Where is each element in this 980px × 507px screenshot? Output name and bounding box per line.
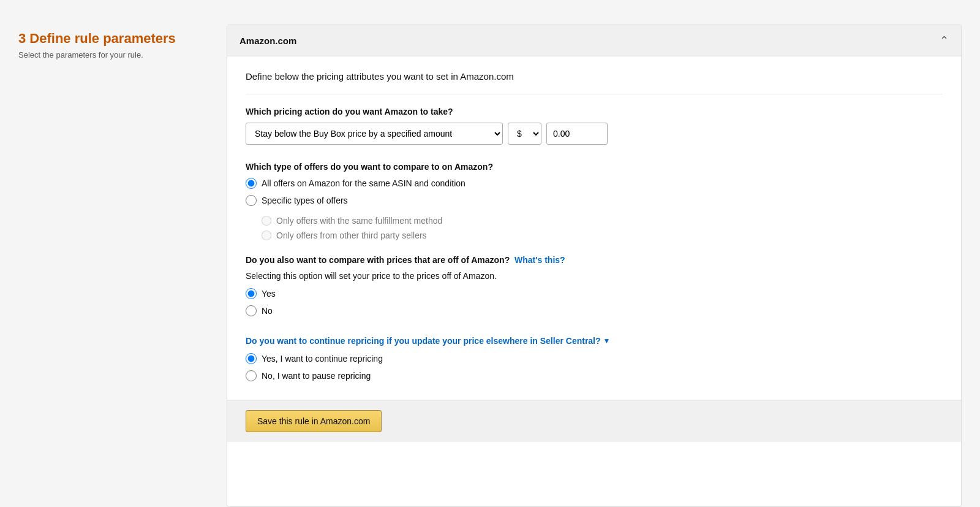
repricing-no[interactable]: No, I want to pause repricing: [246, 370, 943, 381]
offer-type-all-radio[interactable]: [246, 178, 257, 189]
offer-type-third-party[interactable]: Only offers from other third party selle…: [262, 231, 943, 240]
footer-bar: Save this rule in Amazon.com: [227, 400, 961, 442]
off-amazon-section: Do you also want to compare with prices …: [246, 255, 943, 316]
pricing-action-label: Which pricing action do you want Amazon …: [246, 107, 943, 116]
section-header-title: Amazon.com: [239, 36, 296, 46]
pricing-action-row: Stay below the Buy Box price by a specif…: [246, 123, 943, 145]
offer-type-all-label: All offers on Amazon for the same ASIN a…: [262, 178, 466, 188]
off-amazon-yes-radio[interactable]: [246, 288, 257, 299]
offer-type-fulfillment-label: Only offers with the same fulfillment me…: [276, 216, 442, 226]
offer-type-fulfillment-radio[interactable]: [262, 216, 271, 226]
save-button[interactable]: Save this rule in Amazon.com: [246, 410, 382, 432]
continue-repricing-link[interactable]: Do you want to continue repricing if you…: [246, 336, 943, 346]
repricing-yes-radio[interactable]: [246, 353, 257, 364]
offer-type-third-party-radio[interactable]: [262, 231, 271, 240]
off-amazon-question: Do you also want to compare with prices …: [246, 255, 510, 265]
pricing-action-select[interactable]: Stay below the Buy Box price by a specif…: [246, 123, 503, 145]
continue-repricing-section: Do you want to continue repricing if you…: [246, 331, 943, 381]
collapse-icon[interactable]: ⌃: [940, 34, 949, 47]
offer-type-specific[interactable]: Specific types of offers: [246, 195, 943, 206]
off-amazon-label: Do you also want to compare with prices …: [246, 255, 943, 265]
offer-type-fulfillment[interactable]: Only offers with the same fulfillment me…: [262, 216, 943, 226]
off-amazon-no-label: No: [262, 306, 273, 316]
step-subtitle: Select the parameters for your rule.: [18, 50, 208, 59]
divider: [246, 94, 943, 94]
whats-this-link[interactable]: What's this?: [514, 255, 565, 265]
off-amazon-radio-group: Yes No: [246, 288, 943, 316]
step-title: 3 Define rule parameters: [18, 31, 208, 47]
offer-type-label: Which type of offers do you want to comp…: [246, 162, 943, 172]
amount-input[interactable]: [546, 123, 608, 145]
currency-select[interactable]: $ %: [508, 123, 541, 145]
offer-type-third-party-label: Only offers from other third party selle…: [276, 231, 427, 240]
off-amazon-yes-label: Yes: [262, 289, 276, 299]
repricing-yes[interactable]: Yes, I want to continue repricing: [246, 353, 943, 364]
section-header: Amazon.com ⌃: [227, 25, 961, 56]
offer-type-section: Which type of offers do you want to comp…: [246, 162, 943, 240]
section-description: Define below the pricing attributes you …: [246, 71, 943, 82]
offer-type-radio-group: All offers on Amazon for the same ASIN a…: [246, 178, 943, 240]
off-amazon-no[interactable]: No: [246, 305, 943, 316]
off-amazon-yes[interactable]: Yes: [246, 288, 943, 299]
chevron-down-icon: ▼: [603, 337, 611, 345]
offer-type-specific-label: Specific types of offers: [262, 196, 348, 205]
repricing-no-label: No, I want to pause repricing: [262, 371, 371, 381]
offer-type-all[interactable]: All offers on Amazon for the same ASIN a…: [246, 178, 943, 189]
continue-repricing-question: Do you want to continue repricing if you…: [246, 336, 601, 346]
off-amazon-no-radio[interactable]: [246, 305, 257, 316]
main-panel: Amazon.com ⌃ Define below the pricing at…: [227, 25, 962, 507]
off-amazon-note: Selecting this option will set your pric…: [246, 271, 943, 281]
repricing-yes-label: Yes, I want to continue repricing: [262, 354, 383, 364]
sub-offer-type-group: Only offers with the same fulfillment me…: [262, 216, 943, 240]
section-body: Define below the pricing attributes you …: [227, 56, 961, 400]
pricing-action-section: Which pricing action do you want Amazon …: [246, 107, 943, 145]
offer-type-specific-radio[interactable]: [246, 195, 257, 206]
repricing-radio-group: Yes, I want to continue repricing No, I …: [246, 353, 943, 381]
repricing-no-radio[interactable]: [246, 370, 257, 381]
